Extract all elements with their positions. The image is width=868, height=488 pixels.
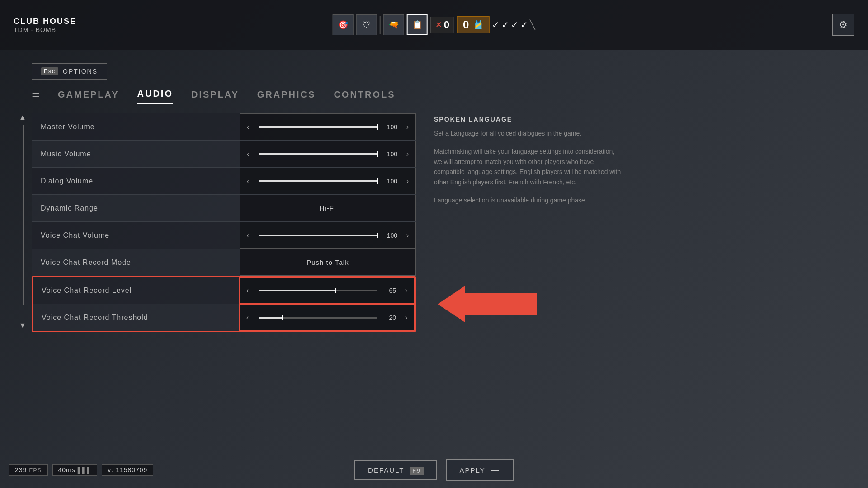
settings-button[interactable]: ⚙ bbox=[832, 14, 854, 36]
slider-track bbox=[259, 180, 378, 182]
apply-icon: — bbox=[491, 465, 500, 474]
dynamic-range-option[interactable]: Hi-Fi bbox=[240, 195, 416, 221]
tab-graphics[interactable]: GRAPHICS bbox=[257, 89, 316, 103]
tab-gameplay[interactable]: GAMEPLAY bbox=[58, 89, 119, 103]
slider-marker bbox=[377, 178, 378, 184]
map-info: CLUB HOUSE TDM - BOMB bbox=[14, 17, 76, 33]
top-bar: CLUB HOUSE TDM - BOMB 🎯 🛡 🔫 📋 ✕ 0 0 🎽 ✓ … bbox=[0, 0, 868, 50]
checkmark-5: ╲ bbox=[530, 19, 535, 30]
master-volume-slider[interactable]: ‹ 100 › bbox=[240, 113, 416, 140]
music-volume-control[interactable]: ‹ 100 › bbox=[240, 141, 416, 167]
separator bbox=[380, 16, 381, 34]
slider-right-arrow[interactable]: › bbox=[400, 222, 415, 248]
gear-icon: ⚙ bbox=[839, 19, 848, 31]
kill-counter: ✕ 0 bbox=[430, 17, 454, 33]
dynamic-range-control[interactable]: Hi-Fi bbox=[240, 195, 416, 221]
tabs-bar: ☰ GAMEPLAY AUDIO DISPLAY GRAPHICS CONTRO… bbox=[32, 89, 868, 104]
slider-track bbox=[259, 126, 378, 128]
latency-display: 40ms ▌▌▌ bbox=[52, 464, 98, 476]
settings-rows: Master Volume ‹ 100 › bbox=[32, 113, 416, 332]
dynamic-range-label: Dynamic Range bbox=[32, 204, 240, 212]
tab-audio[interactable]: AUDIO bbox=[137, 89, 173, 104]
slider-left-arrow[interactable]: ‹ bbox=[240, 278, 255, 303]
voice-chat-record-level-control[interactable]: ‹ 65 › bbox=[239, 277, 415, 304]
voice-chat-volume-slider[interactable]: ‹ 100 › bbox=[240, 222, 416, 249]
tab-controls[interactable]: CONTROLS bbox=[334, 89, 395, 103]
music-volume-label: Music Volume bbox=[32, 150, 240, 158]
bottom-left-stats: 239 FPS 40ms ▌▌▌ v: 11580709 bbox=[9, 464, 153, 476]
voice-chat-record-mode-control[interactable]: Push to Talk bbox=[240, 249, 416, 276]
setting-row-dynamic-range: Dynamic Range Hi-Fi bbox=[32, 195, 416, 222]
setting-row-voice-chat-record-threshold: Voice Chat Record Threshold ‹ 20 › bbox=[33, 304, 415, 331]
operator-icon-1[interactable]: 🎯 bbox=[333, 14, 354, 35]
back-button[interactable]: Esc OPTIONS bbox=[32, 63, 107, 80]
red-arrow-indicator bbox=[438, 286, 537, 322]
scroll-bar bbox=[23, 125, 24, 305]
default-button[interactable]: Default F9 bbox=[354, 460, 437, 480]
slider-left-arrow[interactable]: ‹ bbox=[240, 168, 256, 194]
scroll-up-button[interactable]: ▲ bbox=[18, 113, 27, 122]
voice-chat-record-threshold-slider[interactable]: ‹ 20 › bbox=[239, 304, 415, 331]
voice-chat-record-level-slider[interactable]: ‹ 65 › bbox=[239, 277, 415, 304]
slider-track bbox=[259, 290, 377, 291]
info-text-1: Set a Language for all voiced dialogues … bbox=[434, 128, 624, 138]
master-volume-control[interactable]: ‹ 100 › bbox=[240, 113, 416, 140]
bottom-bar: 239 FPS 40ms ▌▌▌ v: 11580709 Default F9 … bbox=[0, 452, 868, 488]
slider-value: 100 bbox=[382, 232, 400, 239]
operator-icon-3[interactable]: 🔫 bbox=[383, 14, 404, 35]
slider-right-arrow[interactable]: › bbox=[400, 168, 415, 194]
setting-row-dialog-volume: Dialog Volume ‹ 100 › bbox=[32, 168, 416, 195]
slider-right-arrow[interactable]: › bbox=[400, 114, 415, 140]
music-volume-slider[interactable]: ‹ 100 › bbox=[240, 141, 416, 167]
slider-right-arrow[interactable]: › bbox=[400, 141, 415, 167]
settings-panel: ▲ ▼ Master Volume ‹ 100 bbox=[32, 113, 868, 332]
game-mode: TDM - BOMB bbox=[14, 26, 76, 33]
slider-marker bbox=[335, 288, 336, 293]
checkmark-2: ✓ bbox=[501, 19, 509, 30]
info-text-2: Matchmaking will take your language sett… bbox=[434, 146, 624, 187]
tab-display[interactable]: DISPLAY bbox=[191, 89, 239, 103]
scroll-down-button[interactable]: ▼ bbox=[18, 321, 27, 332]
slider-left-arrow[interactable]: ‹ bbox=[240, 114, 256, 140]
dialog-volume-control[interactable]: ‹ 100 › bbox=[240, 168, 416, 194]
dialog-volume-slider[interactable]: ‹ 100 › bbox=[240, 168, 416, 194]
info-title: SPOKEN LANGUAGE bbox=[434, 116, 624, 123]
fps-display: 239 FPS bbox=[9, 464, 48, 476]
voice-chat-volume-control[interactable]: ‹ 100 › bbox=[240, 222, 416, 249]
operator-icon-2[interactable]: 🛡 bbox=[356, 14, 377, 35]
slider-track bbox=[259, 317, 377, 319]
latency-value: 40ms bbox=[58, 466, 75, 474]
slider-left-arrow[interactable]: ‹ bbox=[240, 141, 256, 167]
score-area: 0 🎽 bbox=[457, 16, 489, 33]
setting-row-master-volume: Master Volume ‹ 100 › bbox=[32, 113, 416, 141]
voice-chat-record-mode-option[interactable]: Push to Talk bbox=[240, 249, 416, 276]
voice-chat-record-level-label: Voice Chat Record Level bbox=[33, 286, 239, 295]
slider-value: 20 bbox=[380, 314, 398, 321]
slider-left-arrow[interactable]: ‹ bbox=[240, 305, 255, 330]
slider-left-arrow[interactable]: ‹ bbox=[240, 222, 256, 248]
voice-chat-record-threshold-control[interactable]: ‹ 20 › bbox=[239, 304, 415, 331]
setting-row-voice-chat-record-mode: Voice Chat Record Mode Push to Talk bbox=[32, 249, 416, 276]
fps-label: FPS bbox=[29, 467, 42, 474]
version-value: v: 11580709 bbox=[108, 466, 147, 474]
setting-row-music-volume: Music Volume ‹ 100 › bbox=[32, 141, 416, 168]
slider-marker bbox=[377, 151, 378, 157]
voice-chat-record-mode-label: Voice Chat Record Mode bbox=[32, 258, 240, 267]
info-text-3: Language selection is unavailable during… bbox=[434, 195, 624, 205]
slider-fill bbox=[259, 153, 378, 155]
slider-value: 100 bbox=[382, 123, 400, 131]
operator-icon-4[interactable]: 📋 bbox=[407, 14, 428, 35]
slider-right-arrow[interactable]: › bbox=[398, 278, 414, 303]
checkmark-4: ✓ bbox=[520, 19, 528, 30]
apply-button[interactable]: APPLY — bbox=[446, 459, 514, 481]
checkmarks-area: ✓ ✓ ✓ ✓ ╲ bbox=[492, 19, 535, 30]
setting-row-voice-chat-volume: Voice Chat Volume ‹ 100 › bbox=[32, 222, 416, 249]
arrow-tip bbox=[438, 286, 465, 322]
slider-right-arrow[interactable]: › bbox=[398, 305, 414, 330]
slider-value: 100 bbox=[382, 150, 400, 158]
slider-marker bbox=[377, 124, 378, 130]
master-volume-label: Master Volume bbox=[32, 123, 240, 131]
slider-track bbox=[259, 153, 378, 155]
arrow-body bbox=[465, 293, 537, 315]
latency-icon: ▌▌▌ bbox=[78, 467, 92, 474]
